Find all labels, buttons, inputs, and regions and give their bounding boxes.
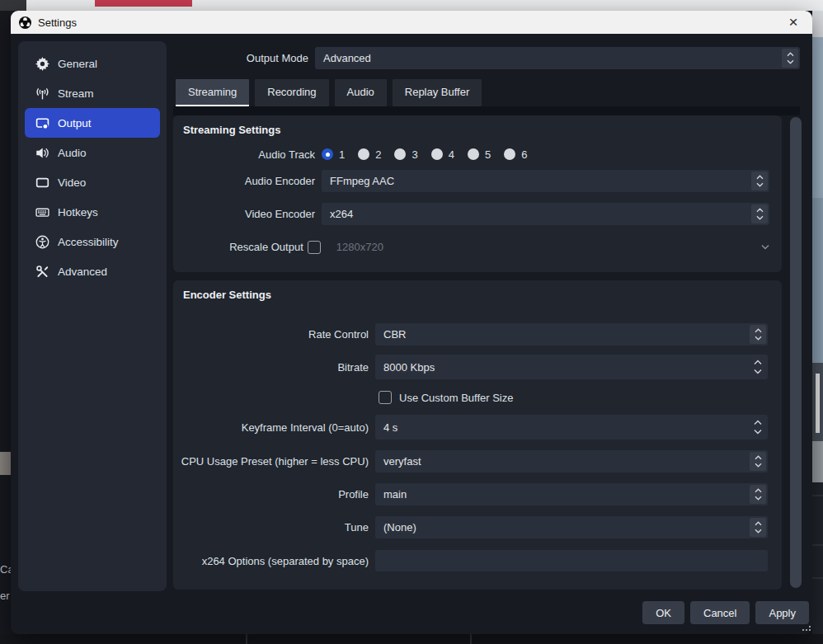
tune-select[interactable]: (None) (375, 516, 768, 538)
spinner-buttons[interactable] (750, 416, 766, 438)
cpu-preset-row: CPU Usage Preset (higher = less CPU) ver… (173, 450, 775, 472)
audio-track-radio-1[interactable]: 1 (322, 148, 345, 161)
settings-dialog: Settings × General Stream Output (11, 11, 812, 634)
tab-pane-divider (173, 106, 800, 115)
sidebar-item-general[interactable]: General (25, 49, 160, 78)
sidebar-item-output[interactable]: Output (25, 108, 160, 138)
x264-options-row: x264 Options (separated by space) (173, 550, 775, 571)
audio-encoder-label: Audio Encoder (173, 175, 322, 187)
cpu-preset-value: veryfast (383, 455, 421, 468)
video-encoder-value: x264 (330, 208, 353, 220)
rate-control-row: Rate Control CBR (173, 323, 775, 346)
rescale-resolution-select[interactable]: 1280x720 (328, 236, 775, 258)
x264-options-label: x264 Options (separated by space) (173, 555, 375, 567)
spinner-buttons[interactable] (751, 204, 768, 223)
rescale-resolution-value: 1280x720 (336, 241, 383, 253)
audio-track-radio-3[interactable]: 3 (394, 148, 417, 161)
sidebar-item-label: Hotkeys (58, 206, 98, 219)
cpu-preset-select[interactable]: veryfast (375, 450, 768, 472)
close-button[interactable]: × (781, 11, 806, 34)
apply-button[interactable]: Apply (755, 601, 809, 624)
audio-encoder-select[interactable]: FFmpeg AAC (322, 170, 769, 192)
chevron-up-icon (787, 52, 794, 57)
chevron-up-icon (755, 455, 762, 460)
spinner-buttons[interactable] (750, 452, 766, 471)
profile-select[interactable]: main (375, 483, 768, 505)
cancel-button[interactable]: Cancel (690, 601, 750, 624)
tab-streaming[interactable]: Streaming (176, 79, 249, 106)
radio-dot (431, 148, 443, 160)
resize-grip[interactable] (802, 623, 811, 631)
audio-encoder-value: FFmpeg AAC (330, 175, 394, 187)
chevron-down-icon (755, 463, 762, 468)
spinner-buttons[interactable] (750, 485, 766, 504)
encoder-settings-panel: Encoder Settings Rate Control CBR Bitrat… (173, 280, 782, 590)
obs-logo-icon (19, 16, 31, 29)
keyframe-interval-spinbox[interactable]: 4 s (375, 415, 768, 440)
output-mode-label: Output Mode (173, 52, 315, 64)
rescale-output-row: Rescale Output 1280x720 (173, 236, 775, 258)
audio-track-radio-4[interactable]: 4 (431, 148, 454, 161)
tune-row: Tune (None) (173, 516, 775, 538)
audio-encoder-row: Audio Encoder FFmpeg AAC (173, 170, 775, 192)
accessibility-icon (35, 235, 49, 249)
chevron-up-icon (755, 521, 762, 526)
audio-track-radio-2[interactable]: 2 (358, 148, 381, 161)
rescale-output-label: Rescale Output (173, 241, 303, 253)
tab-audio[interactable]: Audio (335, 79, 387, 106)
sidebar-item-video[interactable]: Video (25, 167, 160, 197)
rescale-output-checkbox[interactable] (308, 241, 321, 254)
spinner-buttons[interactable] (750, 325, 766, 344)
titlebar[interactable]: Settings × (11, 11, 812, 34)
tab-replay-buffer[interactable]: Replay Buffer (393, 79, 482, 106)
rate-control-label: Rate Control (173, 328, 375, 341)
dropdown-arrow (757, 237, 774, 256)
radio-dot (504, 148, 515, 160)
spinner-buttons[interactable] (751, 172, 768, 190)
rate-control-select[interactable]: CBR (375, 323, 768, 346)
chevron-down-icon (755, 336, 762, 341)
chevron-down-icon (787, 59, 794, 64)
chevron-down-icon (755, 529, 762, 534)
audio-track-radio-6[interactable]: 6 (504, 148, 527, 161)
chevron-down-icon (761, 244, 769, 250)
audio-track-label: Audio Track (173, 148, 322, 161)
audio-track-radio-5[interactable]: 5 (468, 148, 491, 161)
background-text-fragment: er (0, 590, 11, 602)
window-title: Settings (38, 16, 77, 29)
output-icon (35, 116, 49, 130)
tune-label: Tune (173, 521, 375, 534)
video-encoder-label: Video Encoder (173, 208, 322, 220)
audio-track-row: Audio Track 1 2 3 4 5 6 (173, 145, 775, 163)
spinner-buttons[interactable] (782, 49, 798, 68)
custom-buffer-checkbox[interactable] (379, 391, 392, 404)
sidebar-item-hotkeys[interactable]: Hotkeys (25, 197, 160, 227)
ok-button[interactable]: OK (642, 601, 684, 624)
radio-dot (468, 148, 479, 160)
sidebar-item-accessibility[interactable]: Accessibility (25, 227, 160, 256)
spinner-buttons[interactable] (750, 518, 766, 537)
keyframe-interval-label: Keyframe Interval (0=auto) (173, 421, 375, 434)
sidebar-item-advanced[interactable]: Advanced (25, 256, 160, 286)
desktop-left-patch (0, 452, 11, 475)
output-mode-select[interactable]: Advanced (315, 47, 800, 69)
dialog-footer: OK Cancel Apply (642, 601, 809, 624)
bitrate-spinbox[interactable]: 8000 Kbps (375, 355, 768, 379)
speaker-icon (35, 146, 49, 160)
video-encoder-select[interactable]: x264 (322, 203, 769, 225)
sidebar: General Stream Output Audio (18, 41, 167, 591)
chevron-up-icon (754, 420, 762, 425)
keyframe-interval-row: Keyframe Interval (0=auto) 4 s (173, 415, 775, 440)
desktop-top-red-bar (95, 0, 192, 7)
spinner-buttons[interactable] (750, 356, 766, 378)
chevron-down-icon (754, 369, 762, 374)
sidebar-item-stream[interactable]: Stream (25, 78, 160, 108)
sidebar-item-audio[interactable]: Audio (25, 138, 160, 167)
sidebar-item-label: Accessibility (58, 236, 119, 248)
vertical-scrollbar[interactable] (790, 117, 802, 588)
tab-recording[interactable]: Recording (255, 79, 328, 106)
x264-options-input[interactable] (375, 550, 768, 571)
cpu-preset-label: CPU Usage Preset (higher = less CPU) (173, 455, 375, 468)
chevron-up-icon (755, 488, 762, 493)
chevron-down-icon (754, 429, 762, 435)
